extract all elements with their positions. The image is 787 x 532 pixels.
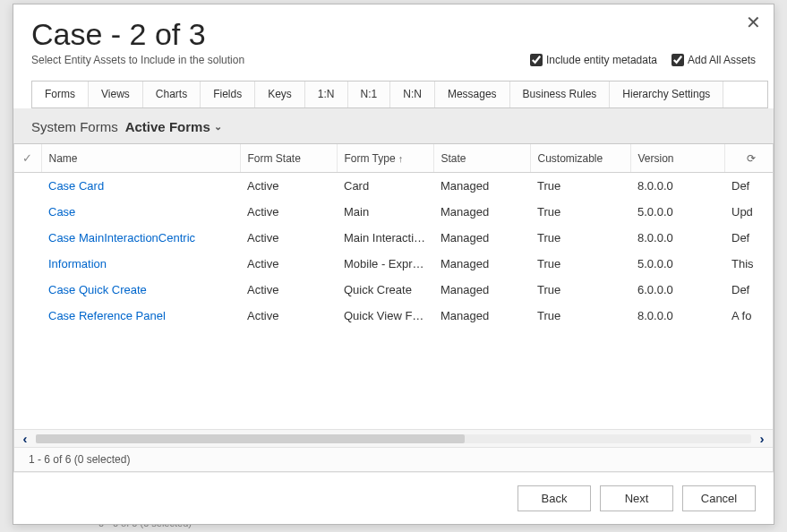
cell-name[interactable]: Case Quick Create [41,277,240,303]
table-row[interactable]: Case MainInteractionCentricActiveMain In… [14,225,773,251]
tab-forms[interactable]: Forms [32,82,89,107]
cell-name[interactable]: Information [41,251,240,277]
tab-hierarchy-settings[interactable]: Hierarchy Settings [610,82,723,107]
include-metadata-checkbox[interactable]: Include entity metadata [530,54,657,66]
cell-form-type: Quick Create [337,277,433,303]
cell-name[interactable]: Case [41,199,240,225]
cell-form-type: Mobile - Express [337,251,433,277]
tab-business-rules[interactable]: Business Rules [510,82,611,107]
cell-form-type: Card [337,173,433,200]
cell-state: Managed [433,225,530,251]
table-row[interactable]: CaseActiveMainManagedTrue5.0.0.0Upd [14,199,773,225]
close-icon: ✕ [746,13,761,32]
cell-customizable: True [530,199,630,225]
scroll-thumb[interactable] [36,434,465,443]
add-all-assets-checkbox[interactable]: Add All Assets [672,54,756,66]
add-all-assets-input[interactable] [672,54,684,66]
page-subtitle: Select Entity Assets to Include in the s… [31,54,244,66]
cell-form-state: Active [240,251,337,277]
tab-nn[interactable]: N:N [390,82,435,107]
cell-customizable: True [530,277,630,303]
grid-status-bar: 1 - 6 of 6 (0 selected) [14,447,773,471]
tab-1n[interactable]: 1:N [305,82,348,107]
cell-extra: Def [724,173,773,200]
cell-form-type: Main [337,199,433,225]
next-button[interactable]: Next [600,485,673,511]
horizontal-scrollbar[interactable]: ‹ › [14,429,773,447]
chevron-down-icon: ⌄ [214,121,222,133]
cell-state: Managed [433,277,530,303]
cell-extra: Def [724,225,773,251]
cancel-button[interactable]: Cancel [682,485,756,511]
tab-bar: Forms Views Charts Fields Keys 1:N N:1 N… [31,81,768,108]
table-row[interactable]: Case Reference PanelActiveQuick View For… [14,303,773,329]
column-version[interactable]: Version [630,144,724,173]
dialog-footer: Back Next Cancel [13,472,774,524]
cell-form-state: Active [240,277,337,303]
scroll-track[interactable] [36,434,751,443]
row-checkbox[interactable] [14,303,41,329]
cell-customizable: True [530,303,630,329]
table-row[interactable]: InformationActiveMobile - ExpressManaged… [14,251,773,277]
cell-version: 6.0.0.0 [630,277,724,303]
cell-customizable: True [530,251,630,277]
page-title: Case - 2 of 3 [31,17,756,52]
cell-version: 8.0.0.0 [630,225,724,251]
cell-version: 8.0.0.0 [630,303,724,329]
cell-version: 8.0.0.0 [630,173,724,200]
cell-extra: This [724,251,773,277]
view-selector[interactable]: Active Forms ⌄ [125,119,222,134]
column-form-state[interactable]: Form State [240,144,337,173]
cell-customizable: True [530,173,630,200]
cell-form-state: Active [240,173,337,200]
column-refresh[interactable]: ⟳ [724,144,773,173]
cell-form-state: Active [240,303,337,329]
cell-name[interactable]: Case Card [41,173,240,200]
include-metadata-input[interactable] [530,54,543,66]
cell-version: 5.0.0.0 [630,251,724,277]
table-row[interactable]: Case CardActiveCardManagedTrue8.0.0.0Def [14,173,773,200]
cell-extra: Upd [724,199,773,225]
cell-customizable: True [530,225,630,251]
tab-n1[interactable]: N:1 [348,82,391,107]
row-checkbox[interactable] [14,251,41,277]
column-customizable[interactable]: Customizable [530,144,630,173]
refresh-icon: ⟳ [747,152,756,165]
tab-charts[interactable]: Charts [143,82,201,107]
tab-keys[interactable]: Keys [255,82,305,107]
cell-state: Managed [433,251,530,277]
wizard-dialog: ✕ Case - 2 of 3 Select Entity Assets to … [13,4,774,525]
table-row[interactable]: Case Quick CreateActiveQuick CreateManag… [14,277,773,303]
row-checkbox[interactable] [14,225,41,251]
view-selector-label: Active Forms [125,119,210,134]
column-state[interactable]: State [433,144,530,173]
back-button[interactable]: Back [518,485,591,511]
include-metadata-label: Include entity metadata [546,54,657,66]
column-form-type[interactable]: Form Type [337,144,433,173]
cell-name[interactable]: Case MainInteractionCentric [41,225,240,251]
row-checkbox[interactable] [14,277,41,303]
cell-form-state: Active [240,225,337,251]
column-select-all[interactable]: ✓ [14,144,41,173]
cell-extra: Def [724,277,773,303]
cell-name[interactable]: Case Reference Panel [41,303,240,329]
cell-form-state: Active [240,199,337,225]
tab-messages[interactable]: Messages [435,82,510,107]
scroll-left-icon[interactable]: ‹ [14,431,36,446]
cell-state: Managed [433,173,530,200]
scroll-right-icon[interactable]: › [751,431,773,446]
grid-container: ✓ Name Form State Form Type State Custom… [13,143,774,472]
column-name[interactable]: Name [41,144,240,173]
add-all-assets-label: Add All Assets [688,54,756,66]
close-button[interactable]: ✕ [746,12,761,33]
row-checkbox[interactable] [14,199,41,225]
view-category-label: System Forms [31,119,118,134]
cell-extra: A fo [724,303,773,329]
row-checkbox[interactable] [14,173,41,200]
checkmark-icon: ✓ [22,151,32,165]
cell-state: Managed [433,199,530,225]
tab-fields[interactable]: Fields [201,82,255,107]
tab-views[interactable]: Views [89,82,143,107]
cell-form-type: Quick View Form [337,303,433,329]
cell-form-type: Main Interaction... [337,225,433,251]
